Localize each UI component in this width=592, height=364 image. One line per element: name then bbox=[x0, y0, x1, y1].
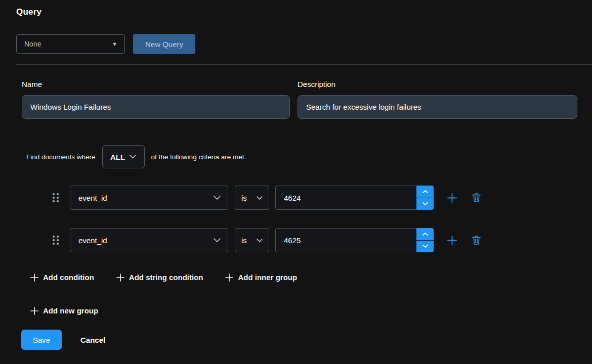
spinner-down-button[interactable] bbox=[416, 241, 434, 253]
dot bbox=[57, 243, 59, 245]
operator-select[interactable]: is bbox=[235, 186, 269, 210]
add-inner-group-label: Add inner group bbox=[238, 273, 297, 282]
criteria-suffix-text: of the following criteria are met. bbox=[151, 153, 246, 161]
dropdown-triangle-icon: ▼ bbox=[112, 41, 117, 47]
chevron-down-icon bbox=[214, 196, 221, 200]
name-label: Name bbox=[22, 80, 290, 88]
plus-icon bbox=[447, 236, 457, 245]
trash-icon bbox=[472, 235, 481, 245]
save-button[interactable]: Save bbox=[21, 330, 62, 350]
description-label: Description bbox=[298, 80, 577, 88]
chevron-up-icon bbox=[422, 233, 428, 236]
spinner-up-button[interactable] bbox=[416, 186, 434, 198]
add-condition-button[interactable]: Add condition bbox=[30, 273, 94, 282]
dot bbox=[53, 236, 55, 238]
chevron-down-icon bbox=[130, 155, 136, 159]
value-field-group bbox=[275, 228, 434, 252]
add-inner-group-button[interactable]: Add inner group bbox=[225, 273, 297, 282]
drag-handle-icon[interactable] bbox=[53, 236, 59, 245]
match-operator-value: ALL bbox=[110, 153, 125, 161]
field-select-value: event_id bbox=[78, 194, 107, 202]
saved-query-select[interactable]: None ▼ bbox=[16, 34, 125, 54]
add-group-row: Add new group bbox=[30, 306, 592, 315]
dot bbox=[57, 193, 59, 195]
add-string-condition-label: Add string condition bbox=[129, 273, 203, 282]
name-description-row: Name Description bbox=[22, 80, 577, 119]
drag-handle-icon[interactable] bbox=[53, 193, 59, 202]
saved-query-select-value: None bbox=[24, 40, 41, 48]
chevron-up-icon bbox=[422, 190, 428, 193]
footer-actions: Save Cancel bbox=[21, 330, 592, 350]
add-condition-inline-button[interactable] bbox=[447, 236, 457, 245]
section-divider bbox=[16, 64, 592, 65]
field-select[interactable]: event_id bbox=[70, 186, 228, 210]
dot bbox=[57, 239, 59, 241]
description-input[interactable] bbox=[298, 95, 577, 119]
add-new-group-button[interactable]: Add new group bbox=[30, 306, 98, 315]
plus-icon bbox=[225, 274, 233, 282]
spinner-down-button[interactable] bbox=[416, 198, 434, 210]
chevron-down-icon bbox=[422, 245, 428, 248]
operator-select-value: is bbox=[241, 236, 247, 245]
dot bbox=[53, 193, 55, 195]
condition-row: event_id is bbox=[53, 228, 592, 252]
delete-condition-button[interactable] bbox=[472, 235, 481, 245]
plus-icon bbox=[30, 307, 38, 315]
add-condition-label: Add condition bbox=[43, 273, 94, 282]
description-field-group: Description bbox=[298, 80, 577, 119]
field-select[interactable]: event_id bbox=[70, 228, 228, 252]
dot bbox=[57, 236, 59, 238]
dot bbox=[53, 197, 55, 199]
new-query-button[interactable]: New Query bbox=[133, 34, 195, 54]
add-links-row: Add condition Add string condition Add i… bbox=[30, 273, 592, 282]
dot bbox=[53, 200, 55, 202]
operator-select[interactable]: is bbox=[235, 228, 269, 252]
criteria-sentence: Find documents where ALL of the followin… bbox=[26, 145, 592, 168]
dot bbox=[53, 239, 55, 241]
plus-icon bbox=[116, 274, 124, 282]
name-field-group: Name bbox=[22, 80, 290, 119]
add-string-condition-button[interactable]: Add string condition bbox=[116, 273, 203, 282]
query-selector-row: None ▼ New Query bbox=[16, 34, 592, 54]
number-spinner bbox=[416, 186, 434, 210]
chevron-down-icon bbox=[422, 202, 428, 205]
plus-icon bbox=[447, 193, 457, 203]
chevron-down-icon bbox=[257, 196, 263, 200]
criteria-prefix-text: Find documents where bbox=[26, 153, 96, 161]
field-select-value: event_id bbox=[78, 236, 107, 245]
add-condition-inline-button[interactable] bbox=[447, 193, 457, 203]
spinner-up-button[interactable] bbox=[416, 228, 434, 240]
dot bbox=[57, 200, 59, 202]
condition-row: event_id is bbox=[53, 186, 592, 210]
value-field-group bbox=[275, 186, 434, 210]
page-title: Query bbox=[16, 7, 592, 17]
trash-icon bbox=[472, 193, 481, 203]
name-input[interactable] bbox=[22, 95, 290, 119]
chevron-down-icon bbox=[257, 239, 263, 242]
delete-condition-button[interactable] bbox=[472, 193, 481, 203]
number-spinner bbox=[416, 228, 434, 252]
cancel-button[interactable]: Cancel bbox=[80, 336, 105, 344]
value-input[interactable] bbox=[275, 228, 434, 252]
chevron-down-icon bbox=[214, 238, 221, 242]
operator-select-value: is bbox=[241, 194, 247, 202]
add-new-group-label: Add new group bbox=[43, 306, 98, 315]
plus-icon bbox=[30, 274, 38, 282]
dot bbox=[57, 197, 59, 199]
match-operator-select[interactable]: ALL bbox=[102, 145, 145, 168]
value-input[interactable] bbox=[275, 186, 434, 210]
dot bbox=[53, 243, 55, 245]
